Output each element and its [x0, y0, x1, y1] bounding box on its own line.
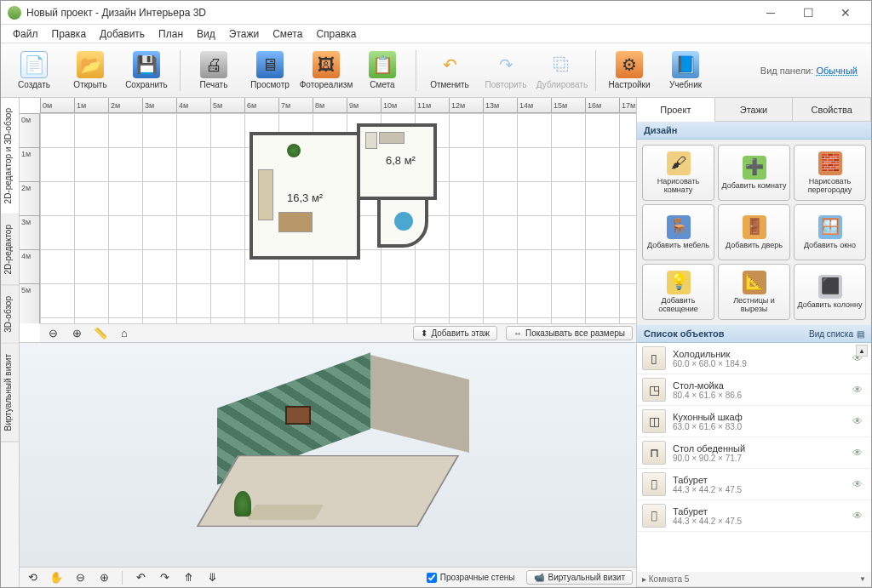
design-добавить-комнату[interactable]: ➕Добавить комнату — [718, 145, 790, 201]
view-3d[interactable]: ⟲ ✋ ⊖ ⊕ ↶ ↷ ⤊ ⤋ Прозрачные стены 📹 В — [20, 343, 636, 587]
room-bath[interactable] — [377, 197, 428, 248]
list-icon: ▤ — [857, 329, 864, 339]
panel-view-info: Вид панели: Обычный — [760, 66, 866, 76]
zoom-in-3d-icon[interactable]: ⊕ — [95, 570, 113, 585]
rotate360-icon[interactable]: ⟲ — [23, 570, 42, 585]
menu-план[interactable]: План — [152, 26, 190, 42]
menu-вид[interactable]: Вид — [190, 26, 222, 42]
design-нарисовать-комнату[interactable]: 🖌Нарисовать комнату — [642, 145, 714, 201]
zoom-out-3d-icon[interactable]: ⊖ — [71, 570, 89, 585]
workarea: 0м1м2м3м4м5м6м7м8м9м10м11м12м13м14м15м16… — [20, 98, 636, 587]
design-нарисовать-перегородку[interactable]: 🧱Нарисовать перегородку — [794, 145, 866, 201]
сохранить-icon: 💾 — [133, 51, 160, 78]
zoom-in-icon[interactable]: ⊕ — [67, 326, 86, 341]
tilt-left-icon[interactable]: ↶ — [131, 570, 150, 585]
menu-правка[interactable]: Правка — [45, 26, 94, 42]
right-tab-этажи[interactable]: Этажи — [715, 98, 794, 121]
menu-добавить[interactable]: Добавить — [93, 26, 152, 42]
object-name: Кухонный шкаф — [673, 412, 852, 422]
scroll-down-icon[interactable]: ▼ — [859, 575, 866, 583]
room-main[interactable]: 16,3 м² — [250, 132, 360, 260]
add-floor-button[interactable]: ⬍Добавить этаж — [413, 326, 497, 340]
sidetab-2[interactable]: 3D-обзор — [1, 286, 19, 344]
menu-справка[interactable]: Справка — [309, 26, 363, 42]
object-row[interactable]: ⌷Табурет44.3 × 44.2 × 47.5👁 — [637, 500, 871, 532]
visibility-icon[interactable]: 👁 — [852, 384, 866, 396]
room-kitchen[interactable]: 6,8 м² — [357, 123, 437, 200]
visibility-icon[interactable]: 👁 — [852, 415, 866, 427]
right-tab-проект[interactable]: Проект — [637, 98, 715, 122]
design-добавить-колонну[interactable]: ⬛Добавить колонну — [794, 264, 866, 320]
toolbar-настройки[interactable]: ⚙Настройки — [602, 46, 657, 95]
visibility-icon[interactable]: 👁 — [852, 447, 866, 459]
toolbar-отменить[interactable]: ↶Отменить — [422, 46, 477, 95]
object-name: Табурет — [673, 475, 852, 485]
bath-fixture[interactable] — [394, 212, 413, 231]
iso-model[interactable] — [166, 363, 490, 568]
object-row[interactable]: ◫Кухонный шкаф63.0 × 61.6 × 83.0👁 — [637, 406, 871, 437]
zoom-out-icon[interactable]: ⊖ — [43, 326, 62, 341]
pan-icon[interactable]: ✋ — [47, 570, 66, 585]
visibility-icon[interactable]: 👁 — [852, 478, 866, 490]
sidetab-1[interactable]: 2D-редактор — [1, 214, 19, 286]
object-thumb-icon: ◳ — [642, 378, 666, 402]
menu-файл[interactable]: Файл — [6, 26, 45, 42]
floorplan[interactable]: 16,3 м² 6,8 м² — [250, 123, 437, 285]
sofa[interactable] — [258, 169, 273, 220]
table[interactable] — [278, 212, 313, 232]
tilt-right-icon[interactable]: ↷ — [155, 570, 174, 585]
design-icon: 🚪 — [743, 215, 766, 239]
design-лестницы-и-вырезы[interactable]: 📐Лестницы и вырезы — [718, 264, 790, 320]
visibility-icon[interactable]: 👁 — [852, 510, 866, 522]
close-button[interactable]: ✕ — [827, 1, 864, 25]
plan-view-2d[interactable]: 0м1м2м3м4м5м6м7м8м9м10м11м12м13м14м15м16… — [20, 98, 636, 343]
app-icon — [8, 6, 21, 20]
toolbar-создать[interactable]: 📄Создать — [7, 46, 61, 95]
maximize-button[interactable]: ☐ — [789, 1, 827, 25]
toolbar-сохранить[interactable]: 💾Сохранить — [119, 46, 174, 95]
fridge[interactable] — [365, 132, 377, 149]
plant-icon[interactable] — [287, 144, 301, 157]
sidetab-3[interactable]: Виртуальный визит — [1, 344, 19, 442]
menu-смета[interactable]: Смета — [266, 26, 309, 42]
home-icon[interactable]: ⌂ — [115, 326, 134, 341]
object-thumb-icon: ◫ — [642, 409, 666, 433]
measure-icon[interactable]: 📏 — [91, 326, 110, 341]
virtual-visit-button[interactable]: 📹 Виртуальный визит — [526, 570, 633, 585]
panel-view-link[interactable]: Обычный — [816, 66, 858, 76]
transparent-walls-checkbox[interactable]: Прозрачные стены — [427, 573, 515, 583]
toolbar-учебник[interactable]: 📘Учебник — [658, 46, 713, 95]
view3d-toolbar: ⟲ ✋ ⊖ ⊕ ↶ ↷ ⤊ ⤋ Прозрачные стены 📹 В — [20, 567, 636, 587]
toolbar: 📄Создать📂Открыть💾Сохранить🖨Печать🖥Просмо… — [1, 43, 871, 98]
room-area-label-2: 6,8 м² — [386, 154, 416, 168]
design-добавить-дверь[interactable]: 🚪Добавить дверь — [718, 204, 790, 260]
object-row[interactable]: ⊓Стол обеденный90.0 × 90.2 × 71.7👁 — [637, 437, 871, 469]
counter[interactable] — [379, 132, 404, 144]
отменить-icon: ↶ — [436, 51, 463, 78]
design-добавить-мебель[interactable]: 🪑Добавить мебель — [642, 204, 714, 260]
toolbar-смета[interactable]: 📋Смета — [355, 46, 410, 95]
menubar: ФайлПравкаДобавитьПланВидЭтажиСметаСправ… — [1, 25, 871, 43]
toolbar-печать[interactable]: 🖨Печать — [186, 46, 241, 95]
objects-section-header: Список объектов Вид списка▤ — [637, 325, 871, 343]
tilt-down-icon[interactable]: ⤋ — [203, 570, 221, 585]
tilt-up-icon[interactable]: ⤊ — [179, 570, 198, 585]
design-добавить-окно[interactable]: 🪟Добавить окно — [794, 204, 866, 260]
object-row[interactable]: ⌷Табурет44.3 × 44.2 × 47.5👁 — [637, 469, 871, 500]
list-view-option[interactable]: Вид списка▤ — [809, 329, 864, 339]
object-list[interactable]: ▲ ▯Холодильник60.0 × 68.0 × 184.9👁◳Стол-… — [637, 343, 871, 572]
right-tab-свойства[interactable]: Свойства — [793, 98, 871, 121]
toolbar-просмотр[interactable]: 🖥Просмотр — [243, 46, 297, 95]
object-row[interactable]: ▯Холодильник60.0 × 68.0 × 184.9👁 — [637, 343, 871, 374]
design-icon: ⬛ — [818, 275, 842, 299]
toolbar-открыть[interactable]: 📂Открыть — [63, 46, 118, 95]
object-row[interactable]: ◳Стол-мойка80.4 × 61.6 × 86.6👁 — [637, 374, 871, 406]
scroll-up-icon[interactable]: ▲ — [856, 345, 868, 357]
sidetab-0[interactable]: 2D-редактор и 3D-обзор — [1, 98, 19, 214]
design-section-header: Дизайн — [637, 122, 871, 140]
show-dimensions-button[interactable]: ↔Показывать все размеры — [506, 326, 633, 340]
menu-этажи[interactable]: Этажи — [222, 26, 266, 42]
toolbar-фотореализм[interactable]: 🖼Фотореализм — [299, 46, 353, 95]
design-добавить-освещение[interactable]: 💡Добавить освещение — [642, 264, 714, 320]
minimize-button[interactable]: ─ — [752, 1, 789, 25]
